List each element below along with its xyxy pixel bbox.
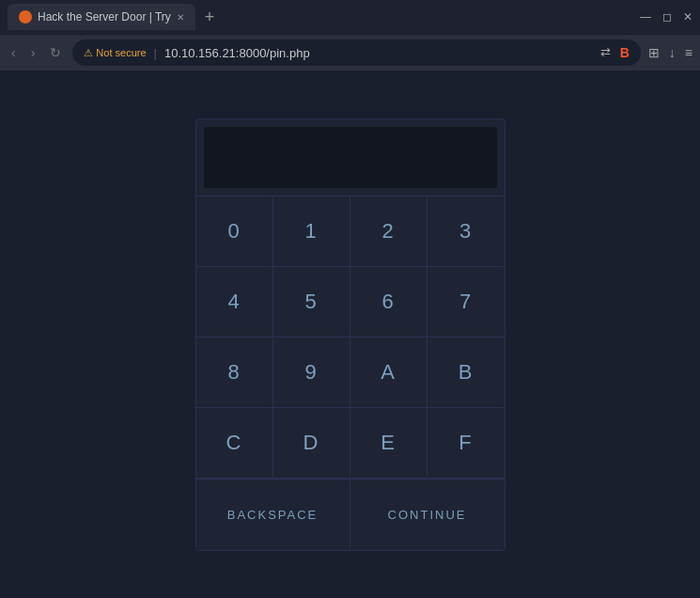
downloads-icon[interactable]: ↓ bbox=[669, 45, 676, 60]
address-bar-row: ‹ › ↻ ⚠ Not secure | 10.10.156.21:8000/p… bbox=[0, 34, 700, 71]
keypad-container: 0123456789ABCDEF BACKSPACE CONTINUE bbox=[195, 118, 506, 551]
key-C[interactable]: C bbox=[196, 408, 273, 479]
share-icon[interactable]: ⇄ bbox=[600, 45, 611, 60]
key-6[interactable]: 6 bbox=[350, 267, 428, 338]
key-E[interactable]: E bbox=[350, 408, 428, 479]
security-warning: ⚠ Not secure bbox=[84, 47, 146, 59]
extensions-icon[interactable]: ⊞ bbox=[648, 45, 660, 60]
address-bar[interactable]: ⚠ Not secure | 10.10.156.21:8000/pin.php… bbox=[72, 39, 640, 66]
window-controls: — ◻ ✕ bbox=[640, 10, 692, 24]
key-9[interactable]: 9 bbox=[273, 338, 350, 408]
continue-button[interactable]: CONTINUE bbox=[350, 480, 505, 550]
title-bar: Hack the Server Door | Try ✕ + — ◻ ✕ bbox=[0, 0, 700, 34]
key-D[interactable]: D bbox=[273, 408, 350, 479]
key-7[interactable]: 7 bbox=[428, 267, 505, 338]
browser-tab[interactable]: Hack the Server Door | Try ✕ bbox=[8, 4, 195, 30]
tab-title: Hack the Server Door | Try bbox=[38, 10, 171, 24]
key-3[interactable]: 3 bbox=[428, 197, 505, 267]
back-button[interactable]: ‹ bbox=[8, 43, 20, 62]
forward-button[interactable]: › bbox=[27, 43, 39, 62]
brave-icon: B bbox=[620, 45, 630, 60]
url-text: 10.10.156.21:8000/pin.php bbox=[164, 46, 310, 60]
key-0[interactable]: 0 bbox=[196, 197, 273, 267]
url-separator: | bbox=[154, 46, 157, 60]
key-B[interactable]: B bbox=[428, 338, 505, 408]
new-tab-button[interactable]: + bbox=[201, 8, 219, 27]
browser-chrome: Hack the Server Door | Try ✕ + — ◻ ✕ ‹ ›… bbox=[0, 0, 700, 71]
key-2[interactable]: 2 bbox=[350, 197, 428, 267]
bottom-action-row: BACKSPACE CONTINUE bbox=[196, 479, 505, 550]
page-content: 0123456789ABCDEF BACKSPACE CONTINUE bbox=[0, 71, 700, 598]
key-1[interactable]: 1 bbox=[273, 197, 350, 267]
key-4[interactable]: 4 bbox=[196, 267, 273, 338]
window-close[interactable]: ✕ bbox=[683, 10, 692, 24]
tab-favicon bbox=[19, 10, 32, 24]
key-8[interactable]: 8 bbox=[196, 338, 273, 408]
reload-button[interactable]: ↻ bbox=[46, 43, 65, 62]
toolbar-icons: ⊞ ↓ ≡ bbox=[648, 45, 692, 60]
menu-icon[interactable]: ≡ bbox=[685, 45, 692, 60]
address-bar-icons: ⇄ B bbox=[600, 45, 630, 60]
key-A[interactable]: A bbox=[350, 338, 428, 408]
tab-close-button[interactable]: ✕ bbox=[177, 12, 184, 23]
window-maximize[interactable]: ◻ bbox=[662, 10, 672, 24]
pin-display bbox=[204, 127, 497, 188]
backspace-button[interactable]: BACKSPACE bbox=[196, 480, 350, 550]
key-5[interactable]: 5 bbox=[273, 267, 350, 338]
keypad-grid: 0123456789ABCDEF bbox=[196, 196, 505, 479]
window-minimize[interactable]: — bbox=[640, 10, 651, 24]
key-F[interactable]: F bbox=[428, 408, 505, 479]
